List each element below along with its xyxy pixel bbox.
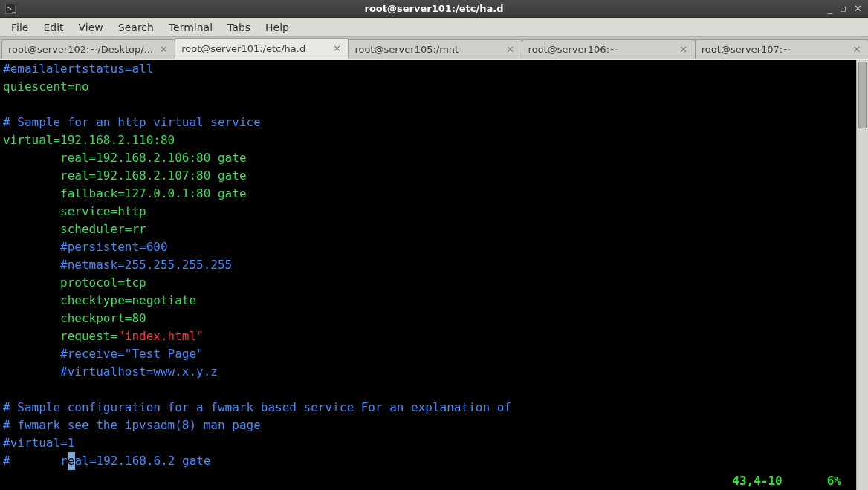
tab-close-icon[interactable]: ✕ (852, 45, 862, 55)
terminal-line (3, 381, 853, 399)
window-maximize-button[interactable]: ▫ (840, 3, 846, 14)
scrollbar-thumb[interactable] (858, 62, 867, 128)
menu-help[interactable]: Help (259, 19, 296, 36)
tab-label: root@server107:~ (702, 44, 852, 55)
window-title: root@server101:/etc/ha.d (0, 3, 868, 14)
terminal-app-icon: >_ (4, 3, 16, 15)
menu-file[interactable]: File (4, 19, 35, 36)
terminal-line: #netmask=255.255.255.255 (3, 256, 853, 274)
tab-close-icon[interactable]: ✕ (678, 45, 689, 55)
terminal-line: # fwmark see the ipvsadm(8) man page (3, 416, 853, 434)
menu-edit[interactable]: Edit (36, 19, 70, 36)
window-minimize-button[interactable]: _ (828, 3, 833, 14)
terminal-line: real=192.168.2.106:80 gate (3, 149, 853, 167)
terminal-tab[interactable]: root@server107:~✕ (695, 39, 868, 59)
terminal-output[interactable]: #emailalertstatus=allquiescent=no # Samp… (0, 60, 856, 490)
scroll-percent: 6% (827, 472, 841, 490)
terminal-line: request="index.html" (3, 327, 853, 345)
tab-label: root@server106:~ (528, 44, 678, 55)
terminal-line: service=http (3, 203, 853, 220)
tab-close-icon[interactable]: ✕ (505, 45, 516, 55)
terminal-line: fallback=127.0.0.1:80 gate (3, 185, 853, 203)
terminal-line (3, 96, 853, 114)
cursor-position: 43,4-10 (732, 472, 782, 490)
terminal-area: #emailalertstatus=allquiescent=no # Samp… (0, 59, 868, 490)
terminal-line: #persistent=600 (3, 238, 853, 256)
terminal-line: virtual=192.168.2.110:80 (3, 131, 853, 149)
tab-label: root@server102:~/Desktop/... (8, 44, 158, 55)
terminal-line: protocol=tcp (3, 274, 853, 292)
terminal-line: # Sample configuration for a fwmark base… (3, 399, 853, 416)
menu-tabs[interactable]: Tabs (221, 19, 257, 36)
vim-status-line: 43,4-10 6% (0, 472, 856, 490)
terminal-line: quiescent=no (3, 78, 853, 96)
vertical-scrollbar[interactable] (856, 60, 868, 490)
terminal-line: # real=192.168.6.2 gate (3, 452, 853, 470)
menu-terminal[interactable]: Terminal (162, 19, 219, 36)
terminal-tab[interactable]: root@server102:~/Desktop/...✕ (1, 39, 175, 59)
terminal-line: checktype=negotiate (3, 292, 853, 310)
menu-search[interactable]: Search (111, 19, 161, 36)
terminal-tab[interactable]: root@server101:/etc/ha.d✕ (175, 38, 349, 59)
terminal-line: real=192.168.2.107:80 gate (3, 167, 853, 185)
terminal-line: scheduler=rr (3, 220, 853, 238)
terminal-tab[interactable]: root@server105:/mnt✕ (348, 39, 522, 59)
tab-bar: root@server102:~/Desktop/...✕root@server… (0, 37, 868, 59)
terminal-line: #virtual=1 (3, 434, 853, 452)
terminal-line: checkport=80 (3, 310, 853, 327)
tab-label: root@server105:/mnt (354, 44, 505, 55)
terminal-line: #virtualhost=www.x.y.z (3, 363, 853, 381)
window-titlebar: >_ root@server101:/etc/ha.d _ ▫ ✕ (0, 0, 868, 18)
tab-close-icon[interactable]: ✕ (331, 43, 342, 53)
menu-bar: FileEditViewSearchTerminalTabsHelp (0, 18, 868, 37)
terminal-line: # Sample for an http virtual service (3, 114, 853, 131)
svg-text:>_: >_ (7, 5, 16, 13)
tab-label: root@server101:/etc/ha.d (181, 43, 331, 54)
window-close-button[interactable]: ✕ (854, 3, 862, 14)
terminal-line: #emailalertstatus=all (3, 60, 853, 78)
terminal-line: #receive="Test Page" (3, 345, 853, 363)
menu-view[interactable]: View (72, 19, 110, 36)
tab-close-icon[interactable]: ✕ (158, 45, 169, 55)
terminal-tab[interactable]: root@server106:~✕ (522, 39, 696, 59)
